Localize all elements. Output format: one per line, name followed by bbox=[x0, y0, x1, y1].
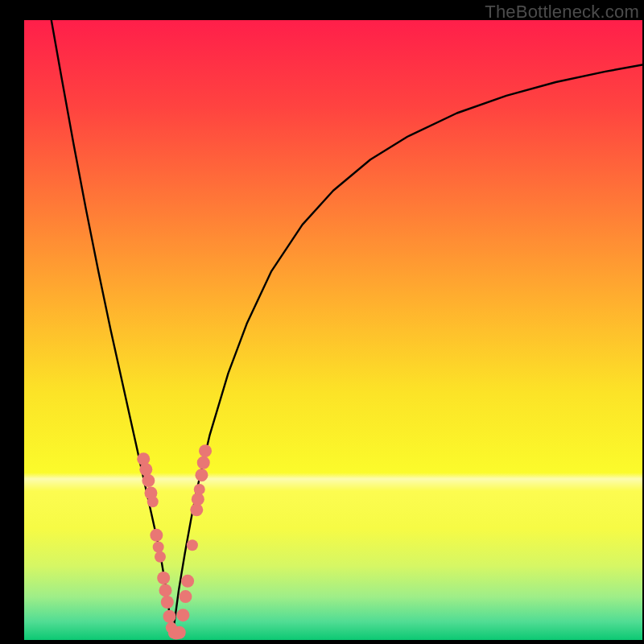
plot-area bbox=[24, 20, 642, 640]
marker-point bbox=[176, 609, 189, 621]
marker-point bbox=[199, 444, 212, 457]
marker-point bbox=[153, 542, 164, 553]
curve-right-branch bbox=[172, 64, 642, 636]
marker-point bbox=[150, 529, 163, 542]
chart-frame: TheBottleneck.com bbox=[0, 0, 644, 644]
curve-layer bbox=[24, 20, 642, 640]
marker-point bbox=[161, 596, 174, 609]
marker-point bbox=[157, 572, 170, 584]
watermark-text: TheBottleneck.com bbox=[485, 2, 639, 23]
marker-point bbox=[163, 610, 175, 623]
marker-point bbox=[159, 584, 171, 597]
marker-point bbox=[181, 575, 194, 588]
marker-point bbox=[195, 469, 208, 481]
marker-point bbox=[139, 463, 152, 476]
marker-point bbox=[197, 456, 210, 469]
marker-point bbox=[179, 590, 192, 603]
marker-point bbox=[194, 484, 205, 495]
marker-point bbox=[147, 496, 159, 507]
marker-point bbox=[142, 474, 155, 487]
marker-point bbox=[173, 626, 186, 639]
marker-point bbox=[155, 551, 166, 563]
marker-point bbox=[187, 539, 198, 551]
